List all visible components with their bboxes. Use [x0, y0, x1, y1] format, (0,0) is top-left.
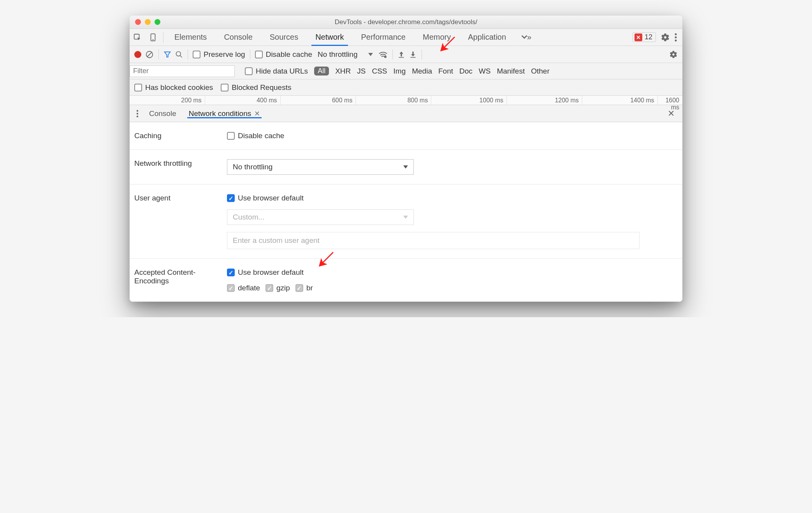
chevron-down-icon: [403, 165, 408, 169]
kebab-menu-icon[interactable]: [675, 33, 677, 42]
filter-type-other[interactable]: Other: [531, 67, 550, 76]
more-tabs-icon[interactable]: »: [515, 29, 537, 46]
network-conditions-icon[interactable]: [378, 51, 388, 58]
tick: 800 ms: [355, 96, 431, 105]
main-tabstrip: Elements Console Sources Network Perform…: [130, 29, 682, 46]
throttling-label: Network throttling: [130, 159, 227, 175]
drawer-tab-console[interactable]: Console: [143, 109, 183, 118]
tab-console[interactable]: Console: [215, 29, 261, 46]
settings-gear-icon[interactable]: [661, 33, 670, 42]
chevron-down-icon: [403, 216, 408, 219]
inspect-element-icon[interactable]: [130, 29, 145, 46]
close-icon[interactable]: ✕: [254, 109, 260, 118]
section-throttling: Network throttling No throttling: [130, 150, 682, 184]
filter-input[interactable]: [130, 65, 235, 77]
tab-performance[interactable]: Performance: [353, 29, 415, 46]
preserve-log-checkbox[interactable]: Preserve log: [193, 50, 245, 59]
error-count: 12: [645, 33, 652, 41]
preserve-log-label: Preserve log: [204, 50, 245, 59]
ua-custom-select-label: Custom...: [233, 213, 264, 221]
tick: 1200 ms: [506, 96, 582, 105]
disable-cache-checkbox[interactable]: Disable cache: [255, 50, 312, 59]
svg-point-14: [137, 110, 138, 111]
tick: 1600 ms: [657, 96, 682, 105]
hide-data-urls-checkbox[interactable]: Hide data URLs: [245, 67, 308, 76]
tab-network[interactable]: Network: [307, 29, 352, 46]
waterfall-ruler[interactable]: 200 ms 400 ms 600 ms 800 ms 1000 ms 1200…: [130, 96, 682, 105]
svg-line-7: [148, 52, 152, 56]
upload-icon[interactable]: [397, 51, 405, 58]
section-user-agent: User agent Use browser default Custom...…: [130, 184, 682, 259]
user-agent-label: User agent: [130, 194, 227, 249]
ua-custom-input: Enter a custom user agent: [227, 232, 640, 249]
filter-type-css[interactable]: CSS: [372, 67, 387, 76]
network-conditions-panel: Caching Disable cache Network throttling…: [130, 122, 682, 302]
drawer-tab-network-conditions-label: Network conditions: [189, 109, 251, 118]
network-toolbar: Preserve log Disable cache No throttling: [130, 46, 682, 63]
encoding-gzip: gzip: [265, 284, 290, 292]
titlebar: DevTools - developer.chrome.com/tags/dev…: [130, 16, 682, 29]
device-toggle-icon[interactable]: [145, 29, 161, 46]
close-window-button[interactable]: [135, 19, 141, 25]
has-blocked-cookies-label: Has blocked cookies: [145, 83, 213, 92]
tab-application[interactable]: Application: [459, 29, 515, 46]
tabstrip-right: ✕ 12: [633, 32, 682, 42]
svg-point-3: [675, 33, 677, 35]
drawer-kebab-icon[interactable]: [132, 110, 143, 118]
filter-type-js[interactable]: JS: [357, 67, 366, 76]
filter-icon[interactable]: [163, 51, 171, 58]
encodings-browser-default-checkbox[interactable]: Use browser default: [227, 268, 682, 277]
blocked-requests-label: Blocked Requests: [232, 83, 291, 92]
tab-memory[interactable]: Memory: [414, 29, 459, 46]
filter-type-font[interactable]: Font: [438, 67, 453, 76]
ua-browser-default-checkbox[interactable]: Use browser default: [227, 194, 682, 202]
maximize-window-button[interactable]: [155, 19, 160, 25]
drawer-tabstrip: Console Network conditions ✕ ✕: [130, 105, 682, 122]
download-icon[interactable]: [409, 51, 417, 58]
tab-elements[interactable]: Elements: [166, 29, 215, 46]
caching-disable-checkbox[interactable]: Disable cache: [227, 132, 682, 140]
throttling-selector[interactable]: No throttling: [316, 50, 374, 59]
svg-line-10: [180, 55, 182, 57]
filter-type-all[interactable]: All: [314, 67, 329, 76]
disable-cache-label: Disable cache: [266, 50, 312, 59]
minimize-window-button[interactable]: [145, 19, 151, 25]
filter-type-ws[interactable]: WS: [479, 67, 491, 76]
ua-custom-input-placeholder: Enter a custom user agent: [233, 236, 320, 245]
has-blocked-cookies-checkbox[interactable]: Has blocked cookies: [134, 83, 213, 92]
chevron-down-icon: [368, 53, 373, 56]
filter-type-img[interactable]: Img: [394, 67, 406, 76]
clear-icon[interactable]: [145, 50, 154, 59]
blocked-requests-checkbox[interactable]: Blocked Requests: [221, 83, 291, 92]
svg-point-5: [675, 39, 677, 41]
tick: 600 ms: [280, 96, 356, 105]
encodings-browser-default-label: Use browser default: [238, 268, 304, 277]
tab-sources[interactable]: Sources: [261, 29, 307, 46]
encoding-deflate: deflate: [227, 284, 260, 292]
svg-point-15: [137, 112, 138, 114]
svg-point-4: [675, 36, 677, 38]
hide-data-urls-label: Hide data URLs: [256, 67, 308, 76]
network-settings-icon[interactable]: [669, 50, 678, 59]
tick: 1400 ms: [582, 96, 657, 105]
svg-point-11: [384, 56, 387, 58]
filter-type-manifest[interactable]: Manifest: [497, 67, 525, 76]
drawer-tab-network-conditions[interactable]: Network conditions ✕: [183, 109, 267, 118]
ua-browser-default-label: Use browser default: [238, 194, 304, 202]
throttling-select[interactable]: No throttling: [227, 159, 414, 175]
filter-type-doc[interactable]: Doc: [459, 67, 473, 76]
error-count-badge[interactable]: ✕ 12: [633, 32, 656, 42]
throttling-select-value: No throttling: [233, 163, 272, 171]
filter-row: Hide data URLs All XHR JS CSS Img Media …: [130, 63, 682, 79]
record-button[interactable]: [134, 51, 141, 58]
filter-type-xhr[interactable]: XHR: [335, 67, 351, 76]
svg-point-9: [176, 51, 181, 56]
svg-point-16: [137, 116, 138, 117]
encodings-label: Accepted Content-Encodings: [130, 268, 227, 292]
encoding-br: br: [295, 284, 313, 292]
devtools-window: DevTools - developer.chrome.com/tags/dev…: [130, 16, 682, 302]
filter-type-media[interactable]: Media: [412, 67, 432, 76]
error-icon: ✕: [634, 33, 642, 41]
search-icon[interactable]: [175, 51, 183, 58]
section-encodings: Accepted Content-Encodings Use browser d…: [130, 259, 682, 302]
